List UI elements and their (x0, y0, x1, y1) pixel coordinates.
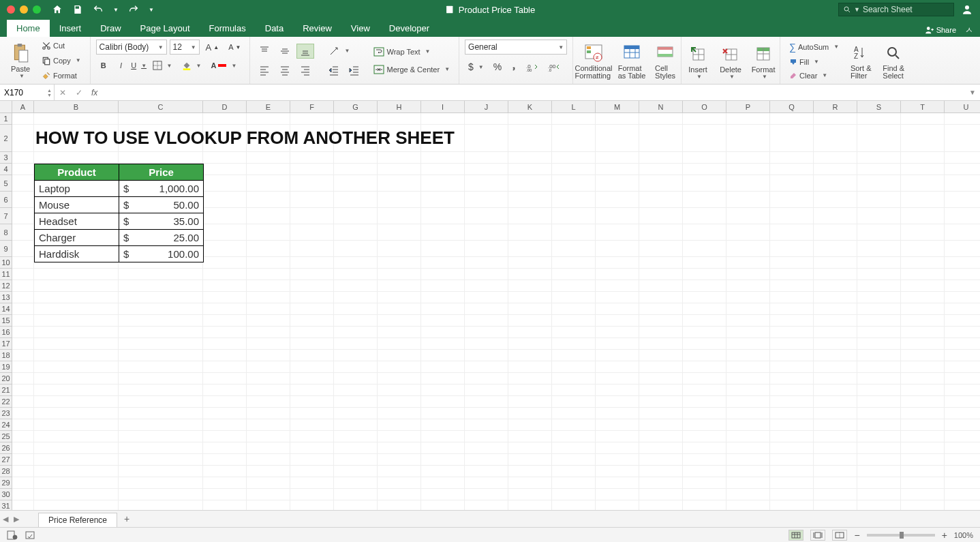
column-header-A[interactable]: A (12, 101, 34, 113)
cut-button[interactable]: Cut (38, 39, 85, 52)
view-normal-button[interactable] (788, 530, 803, 541)
price-cell[interactable]: $35.00 (119, 213, 204, 230)
expand-formula-bar-button[interactable]: ▼ (969, 89, 980, 96)
row-header-11[interactable]: 11 (0, 269, 12, 280)
row-header-23[interactable]: 23 (0, 408, 12, 419)
product-cell[interactable]: Laptop (35, 181, 119, 197)
row-header-20[interactable]: 20 (0, 373, 12, 385)
accessibility-icon[interactable] (25, 530, 35, 540)
tab-page-layout[interactable]: Page Layout (131, 20, 200, 37)
row-header-18[interactable]: 18 (0, 350, 12, 361)
macro-record-icon[interactable] (7, 530, 18, 540)
align-left-button[interactable] (256, 63, 273, 78)
window-minimize-button[interactable] (20, 5, 28, 14)
increase-decimal-button[interactable]: .0.00 (523, 60, 542, 74)
tab-insert[interactable]: Insert (50, 20, 91, 37)
row-header-8[interactable]: 8 (0, 224, 12, 241)
tab-review[interactable]: Review (293, 20, 341, 37)
spreadsheet-grid[interactable]: ABCDEFGHIJKLMNOPQRSTU 123456789101112131… (0, 101, 980, 510)
orientation-button[interactable]: ▼ (325, 44, 353, 59)
column-header-L[interactable]: L (552, 101, 596, 113)
column-header-H[interactable]: H (378, 101, 421, 113)
column-header-B[interactable]: B (34, 101, 119, 113)
font-size-combo[interactable]: 12▼ (170, 40, 200, 55)
format-as-table-button[interactable]: Formatas Table (615, 40, 648, 82)
row-header-17[interactable]: 17 (0, 338, 12, 350)
home-icon[interactable] (52, 4, 63, 15)
row-header-4[interactable]: 4 (0, 164, 12, 175)
table-row[interactable]: Charger$25.00 (35, 230, 204, 246)
price-cell[interactable]: $1,000.00 (119, 181, 204, 197)
table-row[interactable]: Laptop$1,000.00 (35, 181, 204, 197)
window-maximize-button[interactable] (33, 5, 41, 14)
decrease-font-button[interactable]: A▼ (225, 41, 244, 53)
window-close-button[interactable] (7, 5, 15, 14)
sheet-tab-price-reference[interactable]: Price Reference (38, 513, 117, 527)
column-header-U[interactable]: U (945, 101, 980, 113)
formula-input[interactable] (102, 88, 969, 97)
price-cell[interactable]: $25.00 (119, 230, 204, 246)
row-header-24[interactable]: 24 (0, 419, 12, 431)
view-page-layout-button[interactable] (810, 530, 825, 541)
row-header-30[interactable]: 30 (0, 489, 12, 500)
italic-button[interactable]: I (114, 59, 129, 72)
clear-button[interactable]: Clear▼ (786, 70, 842, 82)
row-header-21[interactable]: 21 (0, 385, 12, 396)
table-row[interactable]: Mouse$50.00 (35, 197, 204, 213)
find-select-button[interactable]: Find &Select (879, 40, 908, 82)
increase-font-button[interactable]: A▲ (202, 40, 223, 55)
row-header-19[interactable]: 19 (0, 361, 12, 373)
row-header-13[interactable]: 13 (0, 292, 12, 303)
column-header-I[interactable]: I (421, 101, 465, 113)
column-header-N[interactable]: N (639, 101, 683, 113)
percent-button[interactable]: % (490, 59, 505, 74)
row-header-3[interactable]: 3 (0, 152, 12, 164)
product-cell[interactable]: Mouse (35, 197, 119, 213)
fill-button[interactable]: Fill▼ (786, 56, 842, 68)
border-button[interactable]: ▼ (149, 59, 176, 72)
column-header-T[interactable]: T (901, 101, 945, 113)
decrease-decimal-button[interactable]: .00.0 (545, 60, 564, 74)
save-icon[interactable] (72, 4, 83, 15)
zoom-level[interactable]: 100% (954, 531, 973, 539)
row-header-6[interactable]: 6 (0, 192, 12, 208)
sheet-nav-prev[interactable]: ◀ (0, 515, 11, 524)
tab-view[interactable]: View (341, 20, 380, 37)
add-sheet-button[interactable]: + (117, 513, 136, 524)
tab-home[interactable]: Home (7, 20, 50, 37)
column-header-S[interactable]: S (857, 101, 901, 113)
font-name-combo[interactable]: Calibri (Body)▼ (96, 40, 167, 55)
bold-button[interactable]: B (96, 59, 111, 72)
product-cell[interactable]: Charger (35, 230, 119, 246)
column-header-E[interactable]: E (247, 101, 290, 113)
product-cell[interactable]: Harddisk (35, 246, 119, 262)
row-header-12[interactable]: 12 (0, 280, 12, 292)
tab-data[interactable]: Data (256, 20, 293, 37)
delete-cells-button[interactable]: Delete▼ (716, 40, 746, 82)
autosum-button[interactable]: ∑AutoSum▼ (786, 40, 842, 55)
fx-label[interactable]: fx (87, 88, 102, 97)
column-header-K[interactable]: K (508, 101, 552, 113)
format-painter-button[interactable]: Format (38, 69, 85, 82)
font-color-button[interactable]: A▼ (207, 59, 240, 72)
column-header-Q[interactable]: Q (770, 101, 814, 113)
name-box[interactable] (0, 88, 40, 97)
tab-formulas[interactable]: Formulas (200, 20, 256, 37)
column-header-C[interactable]: C (119, 101, 203, 113)
enter-formula-button[interactable]: ✓ (71, 88, 87, 97)
align-middle-button[interactable] (276, 44, 294, 59)
insert-cells-button[interactable]: Insert▼ (683, 40, 713, 82)
zoom-slider[interactable] (867, 534, 935, 537)
view-page-break-button[interactable] (832, 530, 847, 541)
select-all-corner[interactable] (0, 101, 12, 113)
row-header-2[interactable]: 2 (0, 125, 12, 152)
row-header-15[interactable]: 15 (0, 315, 12, 327)
row-header-5[interactable]: 5 (0, 175, 12, 192)
decrease-indent-button[interactable] (325, 63, 343, 78)
column-headers[interactable]: ABCDEFGHIJKLMNOPQRSTU (12, 101, 980, 113)
zoom-in-button[interactable]: + (942, 530, 947, 541)
search-sheet-input[interactable]: ▼ Search Sheet (838, 3, 954, 16)
qat-customize-icon[interactable]: ▼ (149, 7, 154, 13)
row-headers[interactable]: 1234567891011121314151617181920212223242… (0, 113, 12, 510)
row-header-9[interactable]: 9 (0, 241, 12, 257)
